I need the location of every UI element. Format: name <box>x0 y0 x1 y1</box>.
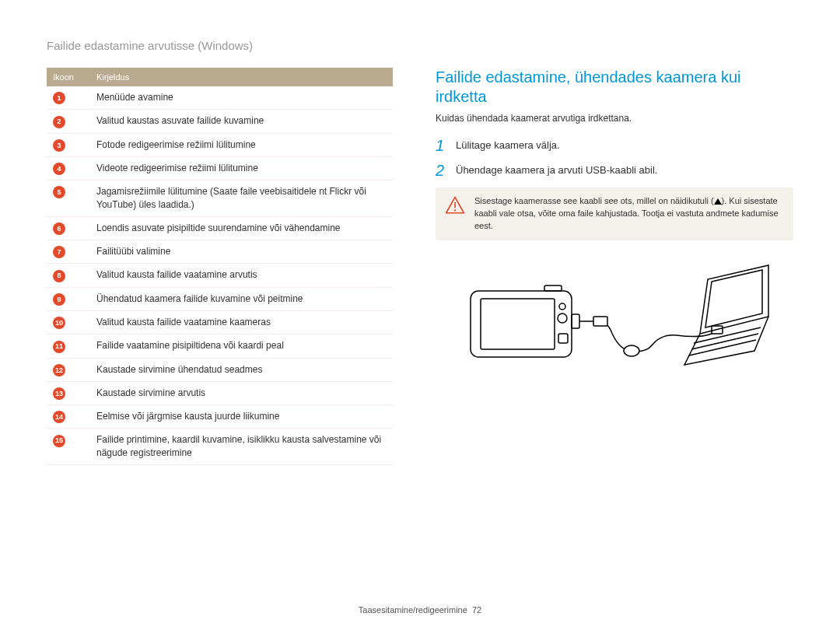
icon-cell: 8 <box>47 264 90 287</box>
svg-point-11 <box>624 345 639 356</box>
desc-cell: Valitud kausta failide vaatamine kaamera… <box>90 310 393 334</box>
desc-cell: Fotode redigeerimise režiimi lülitumine <box>90 133 393 156</box>
desc-cell: Valitud kaustas asuvate failide kuvamine <box>90 110 393 133</box>
step-text: Ühendage kaamera ja arvuti USB-kaabli ab… <box>456 163 657 178</box>
table-row: 6Loendis asuvate pisipiltide suurendamin… <box>47 216 393 240</box>
warning-text-pre: Sisestage kaamerasse see kaabli see ots,… <box>474 196 714 205</box>
icon-cell: 14 <box>47 405 90 429</box>
icon-description-table: Ikoon Kirjeldus 1Menüüde avamine2Valitud… <box>47 68 393 465</box>
numbered-circle-icon: 14 <box>53 411 65 423</box>
numbered-circle-icon: 9 <box>53 293 65 306</box>
desc-cell: Ühendatud kaamera failide kuvamine või p… <box>90 287 393 310</box>
icon-cell: 7 <box>47 240 90 264</box>
desc-cell: Kaustade sirvimine ühendatud seadmes <box>90 358 393 381</box>
step-text: Lülitage kaamera välja. <box>456 138 560 153</box>
table-row: 3Fotode redigeerimise režiimi lülitumine <box>47 133 393 156</box>
svg-point-7 <box>559 303 565 310</box>
numbered-circle-icon: 5 <box>53 186 65 198</box>
table-row: 14Eelmise või järgmise kausta juurde lii… <box>47 405 393 429</box>
svg-rect-4 <box>481 299 555 349</box>
desc-cell: Valitud kausta failide vaatamine arvutis <box>90 264 393 287</box>
icon-cell: 13 <box>47 381 90 405</box>
table-row: 15Failide printimine, kaardil kuvamine, … <box>47 429 393 465</box>
svg-rect-9 <box>558 334 568 343</box>
table-row: 12Kaustade sirvimine ühendatud seadmes <box>47 358 393 381</box>
svg-rect-6 <box>572 314 579 328</box>
numbered-circle-icon: 10 <box>53 317 65 329</box>
desc-cell: Failitüübi valimine <box>90 240 393 264</box>
numbered-circle-icon: 11 <box>53 341 65 353</box>
icon-cell: 10 <box>47 310 90 334</box>
svg-point-2 <box>454 209 456 211</box>
table-row: 9Ühendatud kaamera failide kuvamine või … <box>47 287 393 310</box>
icon-cell: 6 <box>47 216 90 240</box>
desc-cell: Kaustade sirvimine arvutis <box>90 381 393 405</box>
icon-cell: 1 <box>47 86 90 110</box>
col-header-desc: Kirjeldus <box>90 68 393 86</box>
icon-cell: 4 <box>47 156 90 180</box>
up-arrow-icon <box>714 198 722 205</box>
numbered-circle-icon: 2 <box>53 116 65 128</box>
table-row: 10Valitud kausta failide vaatamine kaame… <box>47 310 393 334</box>
table-row: 2Valitud kaustas asuvate failide kuvamin… <box>47 110 393 133</box>
table-row: 13Kaustade sirvimine arvutis <box>47 381 393 405</box>
table-row: 5Jagamisrežiimile lülitumine (Saate fail… <box>47 180 393 217</box>
table-row: 11Failide vaatamine pisipiltidena või ka… <box>47 335 393 358</box>
numbered-circle-icon: 1 <box>53 92 65 104</box>
numbered-circle-icon: 8 <box>53 270 65 282</box>
warning-box: Sisestage kaamerasse see kaabli see ots,… <box>436 187 793 240</box>
table-row: 1Menüüde avamine <box>47 86 393 110</box>
numbered-circle-icon: 3 <box>53 139 65 152</box>
table-row: 4Videote redigeerimise režiimi lülitumin… <box>47 156 393 180</box>
desc-cell: Videote redigeerimise režiimi lülitumine <box>90 156 393 180</box>
icon-cell: 2 <box>47 110 90 133</box>
icon-cell: 12 <box>47 358 90 381</box>
table-row: 8Valitud kausta failide vaatamine arvuti… <box>47 264 393 287</box>
footer-page-number: 72 <box>472 605 481 615</box>
icon-cell: 11 <box>47 335 90 358</box>
section-heading: Failide edastamine, ühendades kaamera ku… <box>436 68 793 107</box>
desc-cell: Jagamisrežiimile lülitumine (Saate faile… <box>90 180 393 217</box>
numbered-circle-icon: 4 <box>53 163 65 175</box>
warning-icon <box>445 195 465 215</box>
desc-cell: Menüüde avamine <box>90 86 393 110</box>
step: 1Lülitage kaamera välja. <box>436 138 793 153</box>
desc-cell: Failide vaatamine pisipiltidena või kaar… <box>90 335 393 358</box>
icon-cell: 5 <box>47 180 90 217</box>
svg-rect-3 <box>471 291 572 357</box>
numbered-circle-icon: 12 <box>53 364 65 377</box>
numbered-circle-icon: 6 <box>53 222 65 235</box>
footer-label: Taasesitamine/redigeerimine <box>359 605 467 615</box>
icon-cell: 9 <box>47 287 90 310</box>
numbered-circle-icon: 15 <box>53 435 65 447</box>
svg-rect-5 <box>544 285 562 291</box>
page-footer: Taasesitamine/redigeerimine 72 <box>0 605 840 615</box>
step: 2Ühendage kaamera ja arvuti USB-kaabli a… <box>436 163 793 178</box>
icon-cell: 3 <box>47 133 90 156</box>
page-section-title: Failide edastamine arvutisse (Windows) <box>47 39 793 52</box>
camera-laptop-illustration <box>436 256 793 396</box>
section-intro: Kuidas ühendada kaamerat arvutiga irdket… <box>436 113 793 124</box>
desc-cell: Loendis asuvate pisipiltide suurendamine… <box>90 216 393 240</box>
col-header-icon: Ikoon <box>47 68 90 86</box>
desc-cell: Failide printimine, kaardil kuvamine, is… <box>90 429 393 465</box>
numbered-circle-icon: 13 <box>53 387 65 400</box>
svg-rect-10 <box>593 317 607 326</box>
numbered-circle-icon: 7 <box>53 246 65 258</box>
icon-cell: 15 <box>47 429 90 465</box>
desc-cell: Eelmise või järgmise kausta juurde liiku… <box>90 405 393 429</box>
svg-point-8 <box>558 313 567 323</box>
step-number: 2 <box>436 163 456 178</box>
step-number: 1 <box>436 138 456 153</box>
table-row: 7Failitüübi valimine <box>47 240 393 264</box>
